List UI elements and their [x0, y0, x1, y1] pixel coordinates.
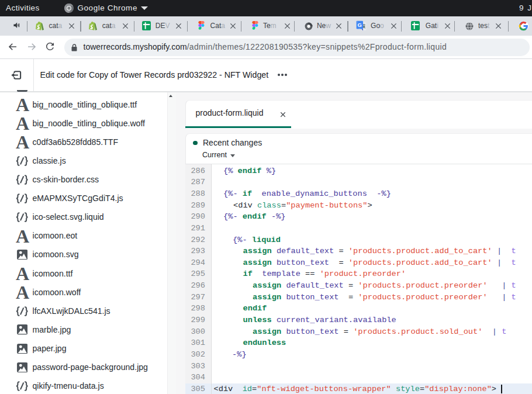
svg-text:G: G	[357, 22, 361, 28]
